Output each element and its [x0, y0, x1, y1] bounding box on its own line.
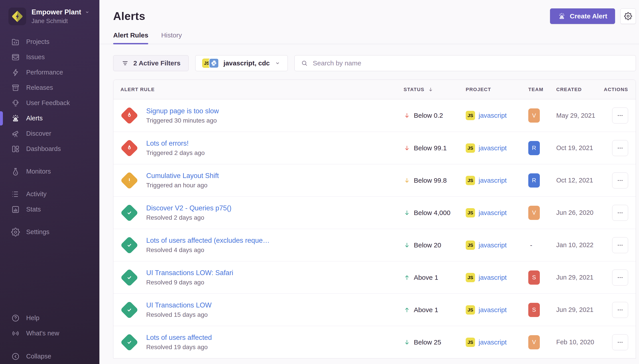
alert-title-link[interactable]: Lots of errors!: [146, 140, 205, 148]
status-value: Above 1: [414, 274, 438, 281]
row-actions-button[interactable]: [612, 140, 628, 156]
column-header-alert-rule[interactable]: ALERT RULE: [113, 87, 404, 92]
alert-activity: Resolved 19 days ago: [146, 344, 212, 351]
column-header-created[interactable]: CREATED: [556, 87, 605, 92]
row-actions-button[interactable]: [612, 172, 628, 188]
sidebar-footer-nav: Help What's new: [0, 310, 99, 341]
alert-settings-button[interactable]: [620, 8, 636, 24]
sidebar-item-stats[interactable]: Stats: [0, 202, 99, 217]
column-header-team[interactable]: TEAM: [528, 87, 556, 92]
alert-title-link[interactable]: UI Transactions LOW: Safari: [146, 269, 233, 277]
search-icon: [301, 60, 308, 67]
sidebar-item-settings[interactable]: Settings: [0, 224, 99, 240]
sidebar-item-user-feedback[interactable]: User Feedback: [0, 95, 99, 110]
table-row: Signup page is too slow Triggered 30 min…: [113, 99, 636, 132]
sidebar-item-what-s-new[interactable]: What's new: [0, 326, 99, 341]
active-filters-button[interactable]: 2 Active Filters: [113, 55, 189, 71]
status-arrow-icon: [404, 274, 410, 281]
tab-history[interactable]: History: [161, 32, 182, 44]
sidebar-item-alerts[interactable]: Alerts: [0, 110, 99, 126]
project-link[interactable]: javascript: [479, 242, 507, 249]
activity-icon: [11, 190, 20, 199]
alert-title-link[interactable]: Signup page is too slow: [146, 107, 219, 115]
javascript-badge-icon: JS: [466, 305, 475, 314]
whats-new-icon: [11, 329, 20, 338]
alert-state-icon: [121, 269, 138, 286]
tabs: Alert Rules History: [99, 24, 639, 44]
team-empty: -: [528, 242, 532, 249]
row-actions-button[interactable]: [612, 108, 628, 124]
created-date: Jun 29, 2021: [556, 306, 593, 313]
table-row: UI Transactions LOW Resolved 15 days ago…: [113, 294, 636, 326]
project-link[interactable]: javascript: [479, 144, 507, 152]
alert-title-link[interactable]: Discover V2 - Queries p75(): [146, 204, 231, 212]
row-actions-button[interactable]: [612, 270, 628, 286]
alert-state-glyph-icon: [125, 144, 134, 152]
sidebar-item-discover[interactable]: Discover: [0, 126, 99, 141]
create-alert-button[interactable]: Create Alert: [550, 8, 615, 24]
row-actions-button[interactable]: [612, 334, 628, 350]
status-value: Below 99.8: [414, 177, 447, 184]
javascript-badge-icon: JS: [466, 338, 475, 347]
sidebar-item-activity[interactable]: Activity: [0, 186, 99, 202]
sidebar-item-issues[interactable]: Issues: [0, 50, 99, 65]
row-actions-button[interactable]: [612, 237, 628, 253]
sidebar-item-dashboards[interactable]: Dashboards: [0, 141, 99, 156]
toolbar: 2 Active Filters JS javascript, cdc: [99, 44, 639, 71]
alert-state-glyph-icon: [125, 306, 134, 314]
status-arrow-icon: [404, 242, 410, 248]
team-badge: V: [528, 206, 540, 220]
main-content: Alerts Create Alert Alert Rules History …: [99, 0, 639, 364]
alert-title-link[interactable]: Cumulative Layout Shift: [146, 172, 219, 180]
status-value: Below 4,000: [414, 209, 450, 216]
project-link[interactable]: javascript: [479, 177, 507, 184]
team-badge: R: [528, 173, 540, 188]
empower-plant-logo-icon: [10, 9, 25, 24]
row-actions-button[interactable]: [612, 205, 628, 221]
javascript-badge-icon: JS: [466, 176, 475, 185]
column-header-project[interactable]: PROJECT: [466, 87, 528, 92]
team-badge: V: [528, 335, 540, 349]
create-alert-label: Create Alert: [570, 12, 607, 20]
sidebar-item-monitors[interactable]: Monitors: [0, 164, 99, 179]
user-feedback-icon: [11, 99, 20, 108]
status-arrow-icon: [404, 145, 410, 152]
project-link[interactable]: javascript: [479, 306, 507, 314]
alert-activity: Triggered an hour ago: [146, 182, 219, 189]
org-switcher[interactable]: Empower Plant Jane Schmidt: [0, 0, 99, 25]
table-row: UI Transactions LOW: Safari Resolved 9 d…: [113, 261, 636, 294]
alert-title-link[interactable]: Lots of users affected: [146, 334, 212, 342]
status-arrow-icon: [404, 112, 410, 119]
created-date: Oct 12, 2021: [556, 177, 593, 184]
alert-state-icon: [121, 236, 138, 254]
column-header-status[interactable]: STATUS: [404, 87, 466, 92]
project-link[interactable]: javascript: [479, 338, 507, 346]
projects-icon: [11, 38, 20, 46]
alert-title-link[interactable]: Lots of users affected (excludes reque…: [146, 236, 269, 244]
project-link[interactable]: javascript: [479, 274, 507, 281]
python-badge-icon: [209, 58, 219, 68]
sidebar-item-help[interactable]: Help: [0, 310, 99, 326]
sidebar-collapse-button[interactable]: Collapse: [0, 349, 99, 364]
sidebar-item-projects[interactable]: Projects: [0, 34, 99, 50]
alert-title-link[interactable]: UI Transactions LOW: [146, 301, 212, 309]
ellipsis-icon: [616, 306, 624, 314]
dashboards-icon: [11, 144, 20, 154]
gear-icon: [624, 12, 632, 20]
sidebar-item-performance[interactable]: Performance: [0, 65, 99, 80]
alert-activity: Resolved 15 days ago: [146, 311, 212, 318]
table-header: ALERT RULE STATUS PROJECT TEAM CREATED A…: [113, 80, 636, 99]
alert-state-icon: [121, 107, 138, 124]
status-value: Below 99.1: [414, 144, 447, 152]
project-link[interactable]: javascript: [479, 112, 507, 119]
project-filter-dropdown[interactable]: JS javascript, cdc: [195, 55, 287, 71]
search-input[interactable]: [312, 59, 629, 67]
ellipsis-icon: [616, 242, 624, 249]
row-actions-button[interactable]: [612, 302, 628, 318]
performance-icon: [11, 68, 20, 77]
tab-alert-rules[interactable]: Alert Rules: [113, 32, 148, 44]
project-link[interactable]: javascript: [479, 209, 507, 216]
sidebar-item-releases[interactable]: Releases: [0, 80, 99, 95]
alert-state-icon: [121, 204, 138, 222]
team-badge: S: [528, 270, 540, 285]
